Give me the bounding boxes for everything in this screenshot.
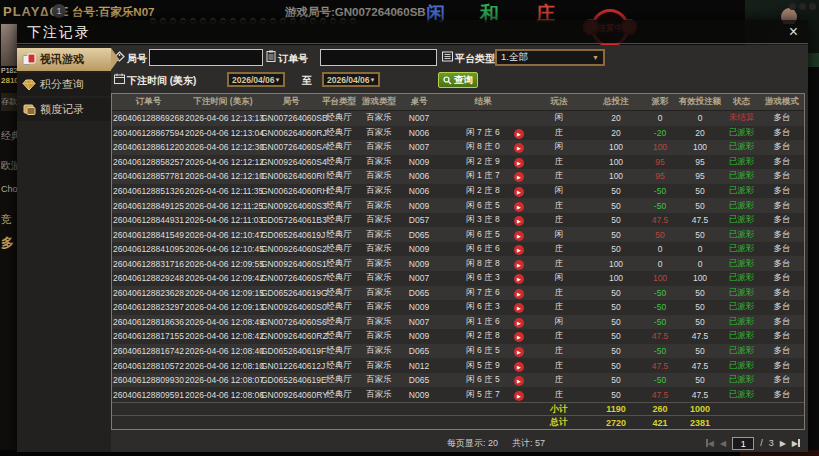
cell-col-2: GN009264060S2 xyxy=(261,244,321,254)
replay-button[interactable]: ▶ xyxy=(514,245,524,255)
cell-col-7: 闲 xyxy=(529,229,589,241)
cell-col-2: GD0652640619J xyxy=(261,230,321,240)
cell-col-8: 100 xyxy=(589,171,643,181)
lobby-nav-item[interactable]: 竞 xyxy=(1,212,12,227)
first-page-icon[interactable]: ◀ xyxy=(706,439,714,448)
cell-col-1: 2026-04-06 12:09:42 xyxy=(185,273,261,283)
replay-button[interactable]: ▶ xyxy=(514,376,524,386)
page-input[interactable]: 1 xyxy=(732,437,754,450)
replay-button[interactable]: ▶ xyxy=(514,347,524,357)
deposit-button[interactable]: 存款 xyxy=(1,93,17,111)
cell-col-5: N007 xyxy=(401,317,437,327)
cell-col-3: 经典厅 xyxy=(321,389,357,401)
order-input[interactable] xyxy=(320,49,437,66)
cell-col-0: 260406128809930 xyxy=(112,375,185,385)
cell-col-12: 多台 xyxy=(760,141,804,153)
replay-button[interactable]: ▶ xyxy=(514,260,524,270)
table-row: 2604061288675942026-04-06 12:13:04GN0062… xyxy=(112,126,804,141)
to-label: 至 xyxy=(302,74,312,88)
cell-col-6: 闲 6 庄 3▶ xyxy=(437,272,529,284)
cell-col-6: 闲 6 庄 6▶ xyxy=(437,243,529,255)
replay-button[interactable]: ▶ xyxy=(514,289,524,299)
cell-col-2: GN0122640612J xyxy=(261,361,321,371)
lobby-nav-item[interactable]: Cho xyxy=(1,184,17,194)
cell-col-7: 庄 xyxy=(529,389,589,401)
replay-button[interactable]: ▶ xyxy=(514,202,524,212)
replay-button[interactable]: ▶ xyxy=(514,318,524,328)
cell-col-3: 经典厅 xyxy=(321,214,357,226)
diamond-icon xyxy=(22,78,36,91)
cell-col-3: 经典厅 xyxy=(321,330,357,342)
cell-col-9: 派彩 xyxy=(643,96,677,108)
cell-col-3: 经典厅 xyxy=(321,360,357,372)
cell-col-1: 2026-04-06 12:13:04 xyxy=(185,128,261,138)
replay-button[interactable]: ▶ xyxy=(514,332,524,342)
round-filter-label: 局号 xyxy=(127,52,147,66)
date-to-value: 2026/04/06 xyxy=(327,75,370,85)
table-row: 2604061288105722026-04-06 12:08:10GN0122… xyxy=(112,358,804,373)
cell-col-8: 50 xyxy=(589,317,643,327)
sidebar-item-video-games[interactable]: 视讯游戏 xyxy=(17,48,111,71)
replay-button[interactable]: ▶ xyxy=(514,129,524,139)
search-button[interactable]: 查询 xyxy=(438,72,478,88)
cell-col-7: 庄 xyxy=(529,374,589,386)
cell-col-6: 闲 8 庄 0▶ xyxy=(437,141,529,153)
cell-col-3: 经典厅 xyxy=(321,345,357,357)
cell-col-8: 50 xyxy=(589,375,643,385)
cell-col-0: 260406128867594 xyxy=(112,128,185,138)
replay-button[interactable]: ▶ xyxy=(514,216,524,226)
calendar-icon xyxy=(114,73,125,84)
close-icon[interactable]: × xyxy=(785,21,802,43)
cell-col-11: 已派彩 xyxy=(723,345,760,357)
round-input[interactable] xyxy=(149,49,263,66)
next-page-icon[interactable]: ▶ xyxy=(780,439,786,448)
date-to-picker[interactable]: 2026/04/06 ▼ xyxy=(322,72,380,87)
cell-col-5: D065 xyxy=(401,230,437,240)
cell-col-9: 260 xyxy=(643,404,677,414)
last-page-icon[interactable]: ▶ xyxy=(792,439,800,448)
table-row: 2604061288317162026-04-06 12:09:55GN0092… xyxy=(112,256,804,271)
table-row: 2604061288692682026-04-06 12:13:13GN0072… xyxy=(112,111,804,126)
cell-col-1: 2026-04-06 12:09:15 xyxy=(185,288,261,298)
dialog-sidebar: 视讯游戏 积分查询 额度记录 xyxy=(17,45,111,452)
replay-button[interactable]: ▶ xyxy=(514,231,524,241)
cell-col-11: 已派彩 xyxy=(723,301,760,313)
cell-col-6: 闲 6 庄 5▶ xyxy=(437,345,529,357)
cell-col-8: 50 xyxy=(589,230,643,240)
cell-col-6: 闲 6 庄 5▶ xyxy=(437,229,529,241)
replay-button[interactable]: ▶ xyxy=(514,158,524,168)
cell-col-7: 庄 xyxy=(529,330,589,342)
dialog-title: 下注记录 xyxy=(27,24,91,42)
sidebar-item-points-query[interactable]: 积分查询 xyxy=(17,73,111,96)
cell-col-9: 0 xyxy=(643,244,677,254)
lobby-nav-item[interactable]: 欧游 xyxy=(1,159,17,173)
replay-button[interactable]: ▶ xyxy=(514,143,524,153)
platform-select[interactable]: 1.全部 ▼ xyxy=(495,49,605,66)
date-from-picker[interactable]: 2026/04/06 ▼ xyxy=(227,72,285,87)
cell-col-0: 260406128810572 xyxy=(112,361,185,371)
cell-col-12: 多台 xyxy=(760,170,804,182)
chevron-down-icon: ▼ xyxy=(592,54,599,61)
cell-col-3: 经典厅 xyxy=(321,127,357,139)
replay-button[interactable]: ▶ xyxy=(514,362,524,372)
cell-col-4: 百家乐 xyxy=(357,112,401,124)
cell-col-12: 多台 xyxy=(760,229,804,241)
replay-button[interactable]: ▶ xyxy=(514,172,524,182)
cell-col-11: 已派彩 xyxy=(723,156,760,168)
replay-button[interactable]: ▶ xyxy=(514,274,524,284)
replay-button[interactable]: ▶ xyxy=(514,187,524,197)
lobby-nav-item[interactable]: 经典 xyxy=(1,129,17,143)
cell-col-12: 多台 xyxy=(760,345,804,357)
cell-col-11: 已派彩 xyxy=(723,214,760,226)
sidebar-item-quota-records[interactable]: 额度记录 xyxy=(17,98,111,121)
cell-col-2: GN009264060RY xyxy=(261,390,321,400)
cell-col-6: 闲 7 庄 6▶ xyxy=(437,127,529,139)
cell-col-9: 47.5 xyxy=(643,361,677,371)
cell-col-8: 50 xyxy=(589,346,643,356)
cell-col-9: 100 xyxy=(643,142,677,152)
replay-button[interactable]: ▶ xyxy=(514,303,524,313)
replay-button[interactable]: ▶ xyxy=(514,391,524,401)
lobby-nav-item[interactable]: 多 xyxy=(1,234,14,252)
prev-page-icon[interactable]: ◀ xyxy=(720,439,726,448)
cell-col-0: 260406128809591 xyxy=(112,390,185,400)
